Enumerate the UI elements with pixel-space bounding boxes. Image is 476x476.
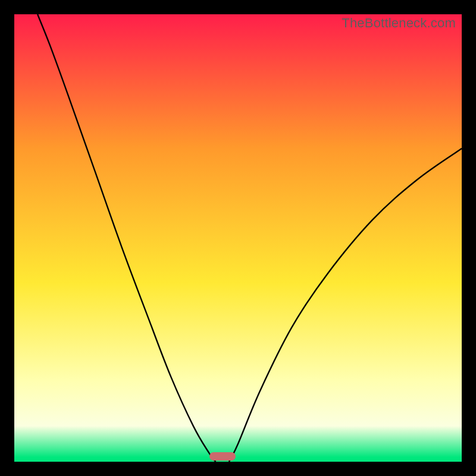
curve-right xyxy=(229,149,462,462)
optimal-marker xyxy=(209,452,236,461)
watermark-label: TheBottleneck.com xyxy=(342,15,456,31)
curve-left xyxy=(37,14,215,462)
chart-area: TheBottleneck.com xyxy=(14,14,462,462)
bottleneck-curve xyxy=(14,14,462,462)
